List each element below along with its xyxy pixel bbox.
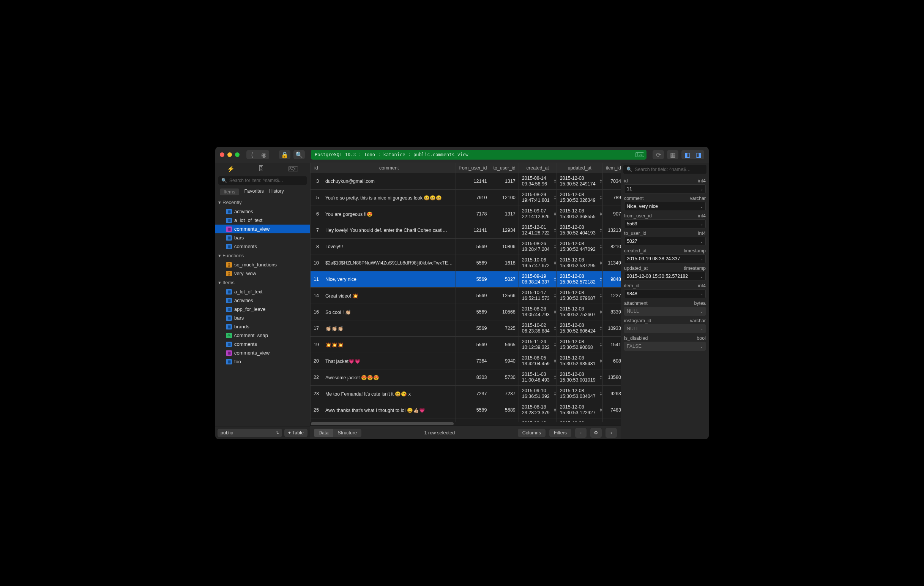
cell-comment[interactable]: You are gorgeous !!😍 (322, 206, 456, 222)
filters-button[interactable]: Filters (549, 429, 571, 437)
columns-button[interactable]: Columns (518, 429, 546, 437)
cell-created_at[interactable]: 2015-08-26 18:28:47.204▴▾ (518, 238, 556, 255)
field-value-id[interactable]: 11⌄ (624, 184, 706, 194)
cell-id[interactable]: 10 (310, 255, 322, 271)
sidebar-item-so_much_functions[interactable]: {}so_much_functions (215, 260, 310, 269)
cell-item_id[interactable]: 7483 (602, 402, 621, 419)
inspector-search[interactable]: 🔍 Search for field: ^name$… (623, 165, 706, 174)
toolbar-search-button[interactable]: 🔍 (294, 150, 305, 159)
cell-updated_at[interactable]: 2015-12-08 15:30:53.034047▴▾ (556, 386, 602, 402)
cell-item_id[interactable]: 13213 (602, 222, 621, 238)
cell-item_id[interactable]: 9848 (602, 271, 621, 288)
table-row[interactable]: 25Aww thanks that's what I thought to lo… (310, 402, 621, 419)
cell-from_user_id[interactable]: 8303 (456, 369, 490, 386)
column-header-comment[interactable]: comment (322, 163, 456, 173)
cell-created_at[interactable]: 2015-09-07 22:14:12.826▴▾ (518, 206, 556, 222)
stepper-icon[interactable]: ▴▾ (554, 359, 556, 363)
toggle-right-panel-button[interactable]: ◨ (693, 150, 704, 159)
stepper-icon[interactable]: ▴▾ (600, 195, 602, 200)
sidebar-item-activities[interactable]: ▦activities (215, 207, 310, 216)
toggle-left-panel-button[interactable]: ◧ (681, 150, 693, 159)
stepper-icon[interactable]: ▴▾ (554, 179, 556, 184)
cell-to_user_id[interactable]: 10806 (490, 238, 518, 255)
cell-from_user_id[interactable]: 5569 (456, 337, 490, 353)
sql-icon[interactable]: SQL (288, 166, 298, 171)
section-functions[interactable]: ▾ Functions (215, 251, 310, 260)
stepper-icon[interactable]: ▴▾ (554, 261, 556, 265)
stepper-icon[interactable]: ▴▾ (600, 244, 602, 249)
cell-from_user_id[interactable]: 5569 (456, 304, 490, 320)
cell-to_user_id[interactable]: 5589 (490, 402, 518, 419)
cell-updated_at[interactable]: 2015-12-08 ▴▾ (556, 419, 602, 422)
stepper-icon[interactable]: ▴▾ (554, 326, 556, 331)
cell-comment[interactable]: Nice, very nice (322, 271, 456, 288)
stepper-icon[interactable]: ▴▾ (600, 391, 602, 396)
cell-created_at[interactable]: 2015-09-10 16:36:51.392▴▾ (518, 386, 556, 402)
cell-updated_at[interactable]: 2015-12-08 15:30:52.572182▴▾ (556, 271, 602, 288)
stepper-icon[interactable]: ▴▾ (600, 343, 602, 347)
field-value-instagram_id[interactable]: NULL⌄ (624, 324, 706, 333)
cell-item_id[interactable]: 907 (602, 206, 621, 222)
cell-to_user_id[interactable]: 1317 (490, 206, 518, 222)
field-value-created_at[interactable]: 2015-09-19 08:38:24.337⌄ (624, 254, 706, 263)
stepper-icon[interactable]: ▴▾ (554, 228, 556, 233)
column-header-id[interactable]: id (310, 163, 322, 173)
cell-updated_at[interactable]: 2015-12-08 15:30:52.447092▴▾ (556, 238, 602, 255)
column-header-to_user_id[interactable]: to_user_id (490, 163, 518, 173)
sidebar-item-bars[interactable]: ▦bars (215, 233, 310, 242)
cell-created_at[interactable]: 2015-10-06 19:57:47.672▴▾ (518, 255, 556, 271)
cell-updated_at[interactable]: 2015-12-08 15:30:52.679687▴▾ (556, 288, 602, 304)
stepper-icon[interactable]: ▴▾ (554, 408, 556, 412)
table-row[interactable]: 10$2a$10$HZLN88PNuWWi4ZuS91Lb8dR98ljt0kb… (310, 255, 621, 271)
cell-id[interactable]: 3 (310, 173, 322, 190)
cell-item_id[interactable]: 1541 (602, 337, 621, 353)
tab-favorites[interactable]: Favorites (244, 189, 264, 195)
grid-layout-button[interactable]: ▦ (667, 150, 678, 159)
cell-created_at[interactable]: 2015-11-03 11:00:48.493▴▾ (518, 369, 556, 386)
cell-item_id[interactable]: 608 (602, 353, 621, 369)
stepper-icon[interactable]: ▴▾ (600, 179, 602, 184)
column-header-from_user_id[interactable]: from_user_id (456, 163, 490, 173)
cell-item_id[interactable]: 9263 (602, 386, 621, 402)
cell-comment[interactable]: 💥💥💥 (322, 337, 456, 353)
cell-to_user_id[interactable]: 5665 (490, 337, 518, 353)
table-row[interactable]: 6You are gorgeous !!😍717813172015-09-07 … (310, 206, 621, 222)
cell-to_user_id[interactable]: 7237 (490, 386, 518, 402)
cell-from_user_id[interactable]: 7910 (456, 190, 490, 206)
add-table-button[interactable]: + Table (284, 429, 307, 437)
cell-item_id[interactable]: 8210 (602, 238, 621, 255)
cell-to_user_id[interactable]: 12934 (490, 222, 518, 238)
toggle-preview-button[interactable]: ◉ (258, 150, 269, 159)
cell-created_at[interactable]: 2015-08-14 09:34:56.96▴▾ (518, 173, 556, 190)
breadcrumb[interactable]: PostgreSQL 10.3 : Tono : katonice : publ… (311, 150, 647, 160)
cell-created_at[interactable]: 2015-08-29 19:47:41.801▴▾ (518, 190, 556, 206)
cell-id[interactable]: 6 (310, 206, 322, 222)
sidebar-item-app_for_leave[interactable]: ▦app_for_leave (215, 305, 310, 313)
table-row[interactable]: 20That jacket💗💗736499402015-08-05 13:42:… (310, 353, 621, 369)
column-header-item_id[interactable]: item_id (602, 163, 621, 173)
sidebar-item-foo[interactable]: ▦foo (215, 357, 310, 366)
cell-comment[interactable]: Great video! 💥 (322, 288, 456, 304)
cell-item_id[interactable]: 1227 (602, 288, 621, 304)
field-value-comment[interactable]: Nice, very nice⌄ (624, 202, 706, 211)
sidebar-item-comments_view[interactable]: ▦comments_view (215, 225, 310, 233)
stepper-icon[interactable]: ▴▾ (600, 408, 602, 412)
cell-comment[interactable]: duchuykun@gmail.com (322, 173, 456, 190)
cell-to_user_id[interactable]: 1618 (490, 255, 518, 271)
sidebar-item-a_lot_of_text[interactable]: ▦a_lot_of_text (215, 216, 310, 225)
cell-to_user_id[interactable]: 7225 (490, 320, 518, 337)
cell-updated_at[interactable]: 2015-12-08 15:30:52.368555▴▾ (556, 206, 602, 222)
section-items[interactable]: ▾ Items (215, 278, 310, 287)
field-value-to_user_id[interactable]: 5027⌄ (624, 237, 706, 246)
stepper-icon[interactable]: ▴▾ (600, 228, 602, 233)
cell-comment[interactable]: Awesome jacket 😍😍😍 (322, 369, 456, 386)
cell-item_id[interactable]: 8339 (602, 304, 621, 320)
cell-id[interactable]: 7 (310, 222, 322, 238)
cell-to_user_id[interactable]: 12566 (490, 288, 518, 304)
stepper-icon[interactable]: ▴▾ (554, 195, 556, 200)
database-icon[interactable]: 🗄 (258, 165, 264, 172)
sidebar-item-activities[interactable]: ▦activities (215, 296, 310, 305)
cell-comment[interactable]: Hey lovely! You should def. enter the Ch… (322, 222, 456, 238)
stepper-icon[interactable]: ▴▾ (554, 391, 556, 396)
stepper-icon[interactable]: ▴▾ (600, 293, 602, 298)
